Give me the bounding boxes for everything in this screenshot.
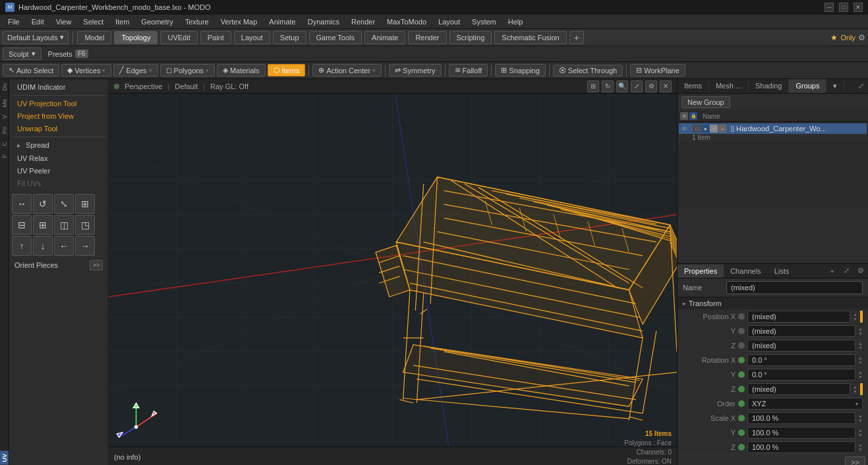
tab-model[interactable]: Model <box>77 31 111 44</box>
menu-geometry[interactable]: Geometry <box>136 16 178 27</box>
udim-indicator-item[interactable]: UDIM Indicator <box>12 81 105 93</box>
auto-select-button[interactable]: ↖ Auto Select <box>3 64 59 77</box>
position-z-value[interactable]: (mixed) <box>747 340 855 352</box>
prop-gear-icon[interactable]: ⚙ <box>854 264 868 278</box>
viewport-ctrl-zoom[interactable]: 🔍 <box>616 80 628 92</box>
grid-icon-button[interactable]: ⊟ <box>12 215 32 235</box>
left-icon-button[interactable]: ← <box>54 236 74 256</box>
project-from-view-item[interactable]: Project from View <box>12 110 105 122</box>
scale-icon-button[interactable]: ⤡ <box>54 194 74 214</box>
down-icon-button[interactable]: ↓ <box>33 236 53 256</box>
side-tab-c[interactable]: C <box>0 138 9 150</box>
position-x-circle[interactable] <box>738 313 745 320</box>
tab-mesh[interactable]: Mesh ... <box>709 79 749 93</box>
side-tab-po[interactable]: Po <box>0 123 9 138</box>
minimize-button[interactable]: ─ <box>825 3 834 12</box>
snapping-button[interactable]: ⊞ Snapping <box>495 64 546 77</box>
position-z-circle[interactable] <box>738 342 745 349</box>
action-center-button[interactable]: ⊕ Action Center ▾ <box>312 64 382 77</box>
transform-section-header[interactable]: ▸ Transform <box>678 297 868 309</box>
menu-file[interactable]: File <box>3 16 25 27</box>
tab-groups-chevron[interactable]: ▾ <box>826 79 844 93</box>
expand-panel-button[interactable]: ⤢ <box>854 79 868 93</box>
name-prop-input[interactable] <box>726 281 863 294</box>
gear-icon[interactable]: ⚙ <box>858 33 865 42</box>
tab-uvedit[interactable]: UVEdit <box>160 31 197 44</box>
select-through-button[interactable]: ⦿ Select Through <box>553 65 623 77</box>
falloff-button[interactable]: ≋ Falloff <box>449 64 488 77</box>
viewport-ctrl-refresh[interactable]: ↻ <box>602 80 614 92</box>
rotation-y-circle[interactable] <box>738 371 745 378</box>
menu-layout[interactable]: Layout <box>433 16 465 27</box>
polygons-button[interactable]: ◻ Polygons ▾ <box>160 64 215 77</box>
scale-y-circle[interactable] <box>738 429 745 436</box>
sculpt-dropdown[interactable]: Sculpt ▾ <box>3 47 42 60</box>
spread-item[interactable]: ▸ Spread <box>12 139 105 152</box>
tab-topology[interactable]: Topology <box>114 31 158 44</box>
workplane-button[interactable]: ⊟ WorkPlane <box>630 64 685 77</box>
menu-item[interactable]: Item <box>110 16 134 27</box>
items-button[interactable]: ⬡ Items <box>268 64 306 77</box>
rotation-x-value[interactable]: 0.0 ° <box>747 354 855 366</box>
viewport[interactable]: Perspective | Default | Ray GL: Off ⊞ ↻ … <box>109 79 677 465</box>
position-y-circle[interactable] <box>738 328 745 334</box>
prop-tab-lists[interactable]: Lists <box>768 264 796 278</box>
new-group-button[interactable]: New Group <box>681 96 730 108</box>
rotation-y-value[interactable]: 0.0 ° <box>747 369 855 381</box>
tab-items[interactable]: Items <box>678 79 709 93</box>
layout-dropdown[interactable]: Default Layouts ▾ <box>3 31 69 44</box>
menu-vertex-map[interactable]: Vertex Map <box>216 16 263 27</box>
order-circle[interactable] <box>738 400 745 407</box>
maximize-button[interactable]: □ <box>839 3 848 12</box>
move-icon-button[interactable]: ↔ <box>12 194 32 214</box>
unwrap-tool-item[interactable]: Unwrap Tool <box>12 123 105 135</box>
menu-maxto-modo[interactable]: MaxToModo <box>382 16 432 27</box>
viewport-ctrl-settings[interactable]: ⚙ <box>645 80 657 92</box>
checker-icon-button[interactable]: ⊞ <box>33 215 53 235</box>
menu-help[interactable]: Help <box>503 16 529 27</box>
tab-animate[interactable]: Animate <box>364 31 405 44</box>
position-x-value[interactable]: (mixed) <box>747 311 850 323</box>
scale-y-value[interactable]: 100.0 % <box>747 427 855 439</box>
menu-select[interactable]: Select <box>78 16 109 27</box>
rotate-icon-button[interactable]: ↺ <box>33 194 53 214</box>
tab-schematic-fusion[interactable]: Schematic Fusion <box>494 31 566 44</box>
prop-tab-properties[interactable]: Properties <box>678 264 724 278</box>
side-tab-v[interactable]: V <box>0 111 9 123</box>
prop-expand-bottom-button[interactable]: >> <box>845 456 865 465</box>
transform-icon-button[interactable]: ⊞ <box>75 194 95 214</box>
tab-shading[interactable]: Shading <box>749 79 789 93</box>
menu-view[interactable]: View <box>51 16 77 27</box>
menu-render[interactable]: Render <box>346 16 380 27</box>
viewport-ctrl-grid[interactable]: ⊞ <box>587 80 599 92</box>
viewport-ctrl-expand[interactable]: ⤢ <box>631 80 643 92</box>
rotation-z-value[interactable]: (mixed) <box>747 383 850 395</box>
rotation-x-circle[interactable] <box>738 357 745 363</box>
tab-game-tools[interactable]: Game Tools <box>309 31 362 44</box>
close-button[interactable]: ✕ <box>854 3 863 12</box>
menu-texture[interactable]: Texture <box>180 16 214 27</box>
symmetry-button[interactable]: ⇌ Symmetry <box>389 64 442 77</box>
tab-scripting[interactable]: Scripting <box>449 31 492 44</box>
uv-peeler-item[interactable]: UV Peeler <box>12 165 105 177</box>
tab-layout[interactable]: Layout <box>234 31 270 44</box>
order-select[interactable]: XYZ ▾ <box>747 398 863 410</box>
tab-groups[interactable]: Groups <box>789 79 826 93</box>
prop-tab-channels[interactable]: Channels <box>724 264 767 278</box>
scale-z-circle[interactable] <box>738 444 745 450</box>
scale-x-value[interactable]: 100.0 % <box>747 412 855 424</box>
up-icon-button[interactable]: ↑ <box>12 236 32 256</box>
vertices-button[interactable]: ◆ Vertices ▾ <box>61 64 111 77</box>
menu-system[interactable]: System <box>467 16 502 27</box>
uv-relax-item[interactable]: UV Relax <box>12 152 105 164</box>
orient-expand-button[interactable]: >> <box>90 260 103 270</box>
prop-tab-plus[interactable]: + <box>825 264 840 278</box>
viewport-ctrl-close[interactable]: ✕ <box>660 80 672 92</box>
fit-uvs-item[interactable]: Fit UVs <box>12 177 105 189</box>
uv-side-tab[interactable]: UV <box>0 451 9 465</box>
rotation-z-circle[interactable] <box>738 386 745 392</box>
wire-icon-button[interactable]: ◳ <box>75 215 95 235</box>
side-tab-du[interactable]: Du <box>0 79 9 95</box>
side-tab-f[interactable]: F <box>0 150 9 162</box>
mesh-icon-button[interactable]: ◫ <box>54 215 74 235</box>
